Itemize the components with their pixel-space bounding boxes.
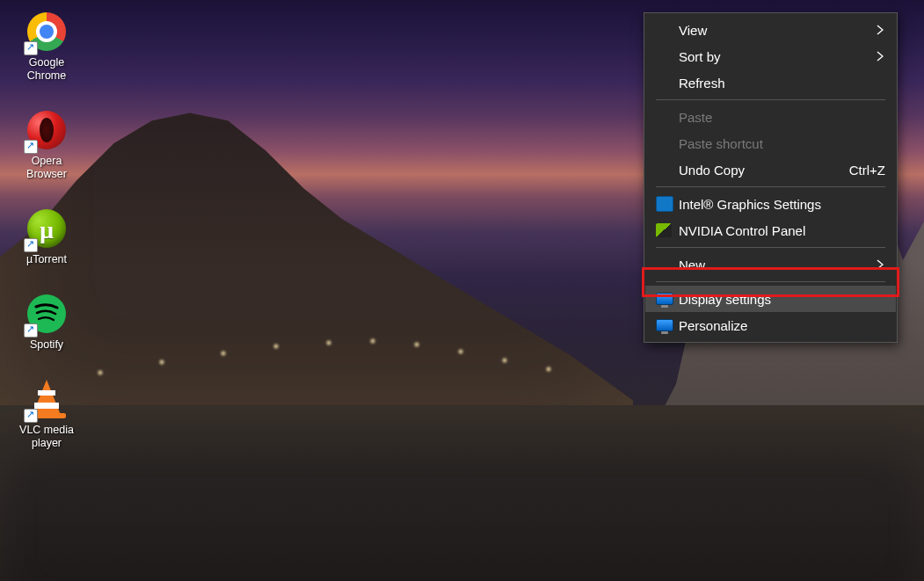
desktop-icon-vlc[interactable]: VLC media player — [12, 380, 81, 450]
menu-item-sort-by[interactable]: Sort by — [645, 43, 896, 69]
icon-label: Opera Browser — [12, 155, 81, 181]
menu-item-paste-shortcut: Paste shortcut — [645, 130, 896, 156]
menu-item-new[interactable]: New — [645, 251, 896, 278]
desktop-icons-column: Google Chrome Opera Browser µ µTorrent — [12, 12, 91, 478]
vlc-icon — [26, 380, 67, 420]
chrome-icon — [26, 12, 67, 53]
menu-item-paste: Paste — [645, 104, 896, 130]
icon-label: VLC media player — [12, 424, 81, 450]
menu-separator — [656, 99, 885, 100]
menu-item-undo-copy[interactable]: Undo Copy Ctrl+Z — [645, 156, 896, 183]
intel-icon — [656, 196, 675, 212]
menu-item-view[interactable]: View — [645, 17, 896, 43]
menu-label: Paste shortcut — [675, 136, 885, 151]
menu-label: View — [675, 23, 877, 38]
desktop-icon-spotify[interactable]: Spotify — [12, 294, 81, 352]
utorrent-icon: µ — [26, 209, 67, 250]
menu-label: Refresh — [675, 76, 885, 91]
menu-item-display-settings[interactable]: Display settings — [645, 286, 896, 312]
menu-shortcut: Ctrl+Z — [849, 163, 885, 178]
nvidia-icon — [656, 222, 675, 238]
menu-item-nvidia-control-panel[interactable]: NVIDIA Control Panel — [645, 217, 896, 243]
shortcut-overlay-icon — [24, 323, 38, 338]
menu-icon-blank — [656, 22, 675, 38]
menu-icon-blank — [656, 162, 675, 178]
menu-icon-blank — [656, 135, 675, 151]
shortcut-overlay-icon — [24, 409, 38, 423]
menu-label: Paste — [675, 110, 885, 125]
menu-separator — [656, 186, 885, 187]
menu-item-personalize[interactable]: Personalize — [645, 312, 896, 338]
menu-separator — [656, 281, 885, 282]
menu-icon-blank — [656, 109, 675, 125]
menu-label: Intel® Graphics Settings — [675, 197, 885, 212]
menu-icon-blank — [656, 75, 675, 91]
menu-label: Sort by — [675, 49, 877, 64]
chevron-right-icon — [877, 51, 885, 62]
menu-item-intel-graphics[interactable]: Intel® Graphics Settings — [645, 191, 896, 217]
menu-separator — [656, 247, 885, 248]
monitor-icon — [656, 317, 675, 333]
menu-label: Display settings — [675, 292, 885, 307]
spotify-icon — [26, 294, 67, 335]
menu-icon-blank — [656, 257, 675, 272]
menu-label: New — [675, 258, 877, 272]
desktop-icon-utorrent[interactable]: µ µTorrent — [12, 209, 81, 266]
shortcut-overlay-icon — [24, 238, 38, 252]
menu-label: NVIDIA Control Panel — [675, 223, 885, 238]
shortcut-overlay-icon — [24, 41, 38, 55]
desktop-icon-opera-browser[interactable]: Opera Browser — [12, 111, 81, 181]
icon-label: Spotify — [12, 338, 81, 352]
menu-icon-blank — [656, 48, 675, 64]
wallpaper-ground — [0, 405, 924, 581]
icon-label: µTorrent — [12, 253, 81, 266]
chevron-right-icon — [877, 25, 885, 35]
menu-item-refresh[interactable]: Refresh — [645, 69, 896, 96]
desktop-icon-google-chrome[interactable]: Google Chrome — [12, 12, 81, 83]
monitor-icon — [656, 291, 675, 307]
menu-label: Undo Copy — [675, 163, 849, 178]
icon-label: Google Chrome — [12, 56, 81, 83]
opera-icon — [26, 111, 67, 151]
desktop-context-menu: View Sort by Refresh Paste Paste shortcu… — [644, 12, 898, 343]
chevron-right-icon — [877, 259, 885, 270]
menu-label: Personalize — [675, 318, 885, 333]
shortcut-overlay-icon — [24, 140, 38, 154]
